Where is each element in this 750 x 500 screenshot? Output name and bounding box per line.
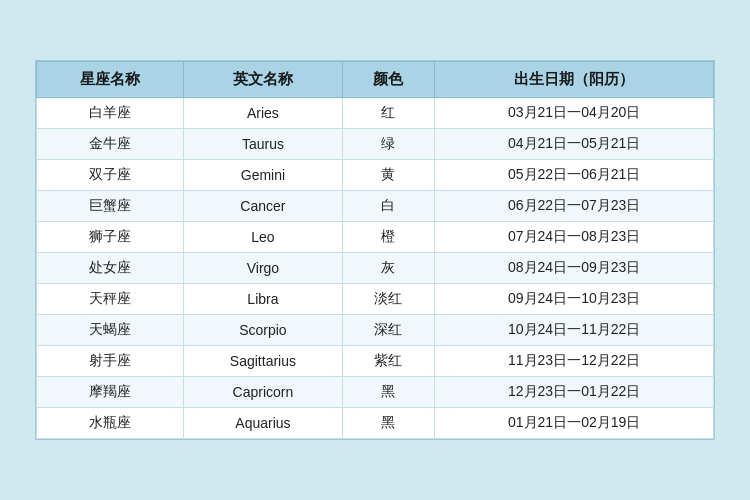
table-cell: Libra bbox=[184, 284, 342, 315]
table-cell: 07月24日一08月23日 bbox=[435, 222, 714, 253]
table-cell: 天蝎座 bbox=[37, 315, 184, 346]
table-header-cell: 出生日期（阳历） bbox=[435, 62, 714, 98]
table-row: 摩羯座Capricorn黑12月23日一01月22日 bbox=[37, 377, 714, 408]
table-row: 双子座Gemini黄05月22日一06月21日 bbox=[37, 160, 714, 191]
table-cell: 射手座 bbox=[37, 346, 184, 377]
table-row: 白羊座Aries红03月21日一04月20日 bbox=[37, 98, 714, 129]
table-cell: Cancer bbox=[184, 191, 342, 222]
table-cell: 巨蟹座 bbox=[37, 191, 184, 222]
table-cell: 灰 bbox=[342, 253, 435, 284]
table-row: 天秤座Libra淡红09月24日一10月23日 bbox=[37, 284, 714, 315]
table-body: 白羊座Aries红03月21日一04月20日金牛座Taurus绿04月21日一0… bbox=[37, 98, 714, 439]
table-cell: Virgo bbox=[184, 253, 342, 284]
table-cell: 淡红 bbox=[342, 284, 435, 315]
table-cell: 黑 bbox=[342, 408, 435, 439]
table-cell: 01月21日一02月19日 bbox=[435, 408, 714, 439]
table-cell: 黑 bbox=[342, 377, 435, 408]
table-cell: 05月22日一06月21日 bbox=[435, 160, 714, 191]
table-cell: Leo bbox=[184, 222, 342, 253]
table-cell: Sagittarius bbox=[184, 346, 342, 377]
table-cell: 狮子座 bbox=[37, 222, 184, 253]
table-cell: 黄 bbox=[342, 160, 435, 191]
table-cell: Taurus bbox=[184, 129, 342, 160]
table-cell: 处女座 bbox=[37, 253, 184, 284]
table-cell: Aquarius bbox=[184, 408, 342, 439]
table-cell: 双子座 bbox=[37, 160, 184, 191]
table-header-cell: 英文名称 bbox=[184, 62, 342, 98]
table-row: 处女座Virgo灰08月24日一09月23日 bbox=[37, 253, 714, 284]
table-cell: 08月24日一09月23日 bbox=[435, 253, 714, 284]
table-cell: 天秤座 bbox=[37, 284, 184, 315]
zodiac-table: 星座名称英文名称颜色出生日期（阳历） 白羊座Aries红03月21日一04月20… bbox=[36, 61, 714, 439]
table-header-cell: 星座名称 bbox=[37, 62, 184, 98]
table-cell: Scorpio bbox=[184, 315, 342, 346]
table-cell: 11月23日一12月22日 bbox=[435, 346, 714, 377]
table-cell: Gemini bbox=[184, 160, 342, 191]
table-cell: 摩羯座 bbox=[37, 377, 184, 408]
table-header-cell: 颜色 bbox=[342, 62, 435, 98]
table-row: 射手座Sagittarius紫红11月23日一12月22日 bbox=[37, 346, 714, 377]
table-cell: Aries bbox=[184, 98, 342, 129]
table-row: 金牛座Taurus绿04月21日一05月21日 bbox=[37, 129, 714, 160]
table-cell: 09月24日一10月23日 bbox=[435, 284, 714, 315]
table-cell: 紫红 bbox=[342, 346, 435, 377]
table-cell: 白羊座 bbox=[37, 98, 184, 129]
table-row: 天蝎座Scorpio深红10月24日一11月22日 bbox=[37, 315, 714, 346]
table-row: 巨蟹座Cancer白06月22日一07月23日 bbox=[37, 191, 714, 222]
table-cell: 04月21日一05月21日 bbox=[435, 129, 714, 160]
table-cell: 06月22日一07月23日 bbox=[435, 191, 714, 222]
table-row: 水瓶座Aquarius黑01月21日一02月19日 bbox=[37, 408, 714, 439]
table-cell: 深红 bbox=[342, 315, 435, 346]
table-cell: 白 bbox=[342, 191, 435, 222]
table-cell: 水瓶座 bbox=[37, 408, 184, 439]
table-cell: 橙 bbox=[342, 222, 435, 253]
table-cell: 12月23日一01月22日 bbox=[435, 377, 714, 408]
zodiac-table-container: 星座名称英文名称颜色出生日期（阳历） 白羊座Aries红03月21日一04月20… bbox=[35, 60, 715, 440]
table-header-row: 星座名称英文名称颜色出生日期（阳历） bbox=[37, 62, 714, 98]
table-row: 狮子座Leo橙07月24日一08月23日 bbox=[37, 222, 714, 253]
table-cell: 红 bbox=[342, 98, 435, 129]
table-cell: 10月24日一11月22日 bbox=[435, 315, 714, 346]
table-cell: 金牛座 bbox=[37, 129, 184, 160]
table-cell: 绿 bbox=[342, 129, 435, 160]
table-cell: 03月21日一04月20日 bbox=[435, 98, 714, 129]
table-cell: Capricorn bbox=[184, 377, 342, 408]
